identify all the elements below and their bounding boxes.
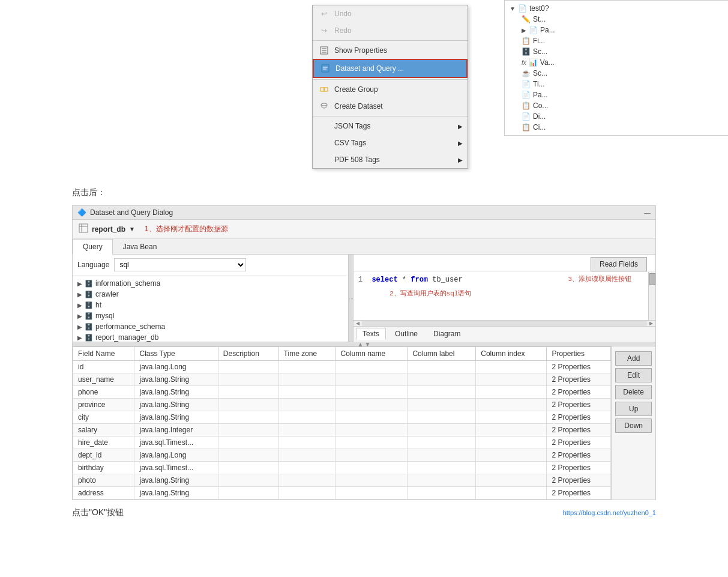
- cell-properties: 2 Properties: [547, 437, 611, 449]
- tree-item[interactable]: ✏️ St...: [505, 14, 728, 25]
- tree-item[interactable]: 📄 Ti...: [505, 79, 728, 89]
- submenu-arrow-csv: ▶: [458, 140, 463, 147]
- language-select[interactable]: sql: [114, 258, 246, 271]
- json-tags-label: JSON Tags: [334, 122, 370, 130]
- tree-root-item[interactable]: ▼ 📄 test0?: [505, 3, 728, 14]
- table-row[interactable]: idjava.lang.Long2 Properties: [73, 361, 611, 373]
- db-tree-item-information-schema[interactable]: ▶ 🗄️ information_schema: [73, 278, 348, 289]
- context-menu-pdf-tags[interactable]: PDF 508 Tags ▶: [313, 151, 468, 168]
- context-menu-dataset-query[interactable]: Dataset and Query ...: [313, 59, 468, 78]
- svg-rect-8: [324, 88, 328, 91]
- db-item-icon: 🗄️: [85, 312, 93, 320]
- field-icon: 📋: [522, 37, 531, 45]
- tree-arrow: ▶: [77, 324, 82, 330]
- context-menu: ↩ Undo ↪ Redo Show Properties Dataset an…: [312, 5, 468, 169]
- cell-properties: 2 Properties: [547, 386, 611, 399]
- db-tree-item-mysql[interactable]: ▶ 🗄️ mysql: [73, 310, 348, 321]
- cell-timeZone: [278, 424, 335, 437]
- add-button[interactable]: Add: [615, 351, 652, 366]
- dataset-icon: [320, 63, 331, 74]
- dialog-minimize-btn[interactable]: —: [644, 209, 651, 216]
- context-menu-create-group[interactable]: Create Group: [313, 81, 468, 98]
- db-tree-item-performance-schema[interactable]: ▶ 🗄️ performance_schema: [73, 321, 348, 332]
- tree-item[interactable]: 📄 Di...: [505, 111, 728, 122]
- svg-rect-7: [320, 88, 324, 91]
- context-menu-redo[interactable]: ↪ Redo: [313, 22, 468, 39]
- table-row[interactable]: user_namejava.lang.String2 Properties: [73, 373, 611, 386]
- cell-fieldName: city: [73, 411, 134, 424]
- sql-content-area[interactable]: 1 select * from tb_user 3、添加读取属性按钮 2、写查询…: [353, 272, 655, 320]
- cell-properties: 2 Properties: [547, 361, 611, 373]
- table-row[interactable]: addressjava.lang.String2 Properties: [73, 487, 611, 500]
- cell-columnName: [335, 449, 408, 462]
- context-menu-undo[interactable]: ↩ Undo: [313, 5, 468, 22]
- hscroll-right-btn[interactable]: ▶: [647, 321, 655, 326]
- cell-columnIndex: [476, 487, 547, 500]
- db-tree-item-report-manager-db[interactable]: ▶ 🗄️ report_manager_db: [73, 332, 348, 342]
- hscroll-track: [362, 321, 647, 326]
- tab-java-bean[interactable]: Java Bean: [113, 239, 167, 254]
- context-menu-create-dataset[interactable]: Create Dataset: [313, 98, 468, 115]
- db-tree-item-crawler[interactable]: ▶ 🗄️ crawler: [73, 289, 348, 300]
- cell-columnLabel: [408, 437, 476, 449]
- hint-sql: 2、写查询用户表的sql语句: [390, 289, 471, 298]
- tree-item[interactable]: 📋 Fi...: [505, 35, 728, 46]
- table-row[interactable]: phonejava.lang.String2 Properties: [73, 386, 611, 399]
- cell-fieldName: phone: [73, 386, 134, 399]
- tree-item[interactable]: 📋 Co...: [505, 100, 728, 111]
- table-row[interactable]: provincejava.lang.String2 Properties: [73, 399, 611, 411]
- context-menu-show-properties[interactable]: Show Properties: [313, 42, 468, 59]
- vertical-splitter[interactable]: ⋮: [349, 255, 353, 342]
- tree-item[interactable]: 📄 Pa...: [505, 89, 728, 100]
- horizontal-splitter[interactable]: ▲ ▼: [73, 342, 655, 346]
- create-group-label: Create Group: [334, 85, 378, 94]
- tree-arrow: ▶: [77, 313, 82, 319]
- cell-classType: java.lang.String: [134, 411, 218, 424]
- tree-item[interactable]: ☕ Sc...: [505, 68, 728, 79]
- table-row[interactable]: photojava.lang.String2 Properties: [73, 474, 611, 487]
- hscroll-left-btn[interactable]: ◀: [353, 321, 362, 326]
- properties-icon: [319, 45, 329, 56]
- cell-properties: 2 Properties: [547, 424, 611, 437]
- sql-tab-texts[interactable]: Texts: [356, 328, 386, 340]
- datasource-dropdown-arrow[interactable]: ▼: [129, 226, 135, 232]
- table-row[interactable]: salaryjava.lang.Integer2 Properties: [73, 424, 611, 437]
- tree-item-label: Di...: [533, 112, 546, 121]
- di-icon: 📄: [522, 112, 531, 121]
- edit-button[interactable]: Edit: [615, 368, 652, 382]
- col-column-index: Column index: [476, 347, 547, 361]
- db-tree-item-ht[interactable]: ▶ 🗄️ ht: [73, 300, 348, 310]
- tree-item-label: Va...: [540, 58, 555, 67]
- cell-description: [218, 487, 278, 500]
- submenu-arrow-json: ▶: [458, 123, 463, 130]
- read-fields-button[interactable]: Read Fields: [591, 257, 647, 271]
- cell-fieldName: dept_id: [73, 449, 134, 462]
- sql-tab-outline[interactable]: Outline: [388, 328, 424, 340]
- cell-description: [218, 361, 278, 373]
- bottom-url: https://blog.csdn.net/yuzhen0_1: [563, 509, 656, 516]
- tree-item[interactable]: fx 📊 Va...: [505, 57, 728, 68]
- up-button[interactable]: Up: [615, 402, 652, 416]
- table-row[interactable]: dept_idjava.lang.Long2 Properties: [73, 449, 611, 462]
- dataset-query-label: Dataset and Query ...: [335, 64, 404, 73]
- cell-columnName: [335, 474, 408, 487]
- delete-button[interactable]: Delete: [615, 385, 652, 399]
- tree-item[interactable]: 🗄️ Sc...: [505, 46, 728, 57]
- table-row[interactable]: birthdayjava.sql.Timest...2 Properties: [73, 462, 611, 474]
- table-row[interactable]: hire_datejava.sql.Timest...2 Properties: [73, 437, 611, 449]
- cell-timeZone: [278, 361, 335, 373]
- datasource-selector[interactable]: report_db ▼: [79, 223, 135, 235]
- tree-item[interactable]: 📋 Ci...: [505, 122, 728, 133]
- tab-query[interactable]: Query: [73, 239, 113, 255]
- ci-icon: 📋: [522, 123, 531, 131]
- down-button[interactable]: Down: [615, 418, 652, 433]
- tree-item[interactable]: ▶ 📄 Pa...: [505, 25, 728, 35]
- table-row[interactable]: cityjava.lang.String2 Properties: [73, 411, 611, 424]
- line-number: 1: [358, 276, 362, 284]
- tree-item-label: Sc...: [533, 69, 547, 77]
- context-menu-csv-tags[interactable]: CSV Tags ▶: [313, 134, 468, 151]
- context-menu-json-tags[interactable]: JSON Tags ▶: [313, 118, 468, 134]
- right-scrollbar[interactable]: [648, 272, 655, 320]
- sql-hscrollbar[interactable]: ◀ ▶: [353, 320, 655, 326]
- sql-tab-diagram[interactable]: Diagram: [427, 328, 467, 340]
